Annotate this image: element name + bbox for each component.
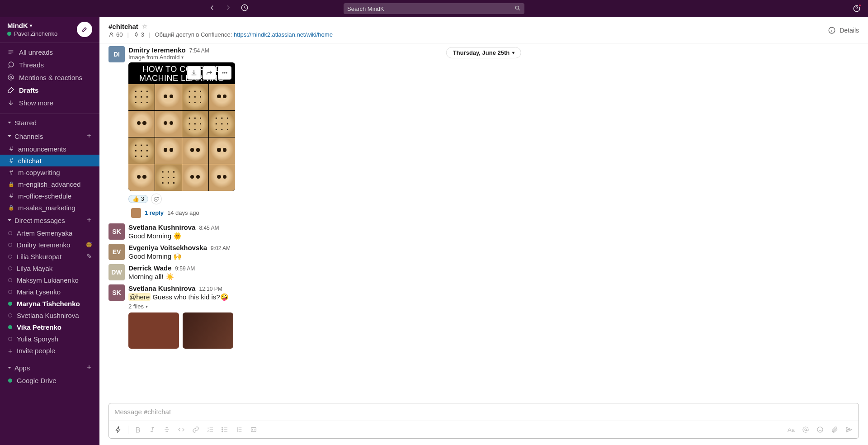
chevron-down-icon: ▾ <box>30 23 32 28</box>
message-author[interactable]: Dmitry Ieremenko <box>128 46 186 54</box>
forward-button[interactable] <box>224 4 232 14</box>
compose-button[interactable] <box>77 22 92 37</box>
dm-item[interactable]: Lilya Mayak <box>0 262 99 274</box>
nav-show-more[interactable]: Show more <box>0 96 99 109</box>
message-author[interactable]: Evgeniya Voitsekhovska <box>128 244 207 251</box>
topbar: Search MindK <box>0 0 868 17</box>
channel-item[interactable]: #chitchat <box>0 155 99 166</box>
channel-item[interactable]: #announcements <box>0 143 99 155</box>
dm-name: Dmitry Ieremenko <box>17 241 70 249</box>
avatar[interactable]: SK <box>108 223 125 240</box>
avatar[interactable]: DW <box>108 264 125 280</box>
section-channels[interactable]: Channels <box>0 129 99 143</box>
channel-header: #chitchat ☆ 60 | 3 | Общий доступ в Conf… <box>99 17 868 43</box>
presence-away-icon <box>8 313 12 317</box>
section-starred[interactable]: Starred <box>0 116 99 129</box>
italic-button[interactable] <box>146 423 159 436</box>
channel-topic[interactable]: Общий доступ в Confluence: https://mindk… <box>155 31 332 38</box>
thread-reply[interactable]: 1 reply 14 days ago <box>128 206 859 220</box>
channel-item[interactable]: #m-copywriting <box>0 166 99 178</box>
dm-item[interactable]: Dmitry Ieremenko😴 <box>0 239 99 251</box>
files-label[interactable]: 2 files▾ <box>128 303 859 310</box>
dm-item[interactable]: Maksym Lukianenko <box>0 274 99 286</box>
app-item[interactable]: Google Drive <box>0 374 99 386</box>
channel-name: m-sales_marketing <box>18 204 75 212</box>
message-input[interactable]: Message #chitchat <box>109 403 859 421</box>
dm-item[interactable]: Yulia Sporysh <box>0 333 99 345</box>
bullet-list-button[interactable] <box>218 423 231 436</box>
message-author[interactable]: Derrick Wade <box>128 264 171 272</box>
mention[interactable]: @here <box>128 293 151 301</box>
download-icon[interactable] <box>187 66 201 80</box>
mention-button[interactable] <box>799 423 812 436</box>
section-dms[interactable]: Direct messages <box>0 213 99 227</box>
avatar[interactable]: EV <box>108 244 125 260</box>
svg-point-10 <box>222 427 223 428</box>
code-button[interactable] <box>175 423 188 436</box>
dm-item[interactable]: Lilia Shkuropat✎ <box>0 251 99 262</box>
codeblock-button[interactable] <box>247 423 260 436</box>
quote-button[interactable] <box>232 423 246 436</box>
search-input[interactable]: Search MindK <box>344 3 524 14</box>
message-list[interactable]: Thursday, June 25th▾ DI Dmitry Ieremenko… <box>99 43 868 403</box>
help-button[interactable] <box>853 5 861 13</box>
add-dm-button[interactable] <box>86 217 92 224</box>
emoji-button[interactable] <box>813 423 827 436</box>
presence-active-icon <box>8 302 12 306</box>
link-button[interactable] <box>189 423 203 436</box>
ordered-list-button[interactable] <box>203 423 217 436</box>
message-author[interactable]: Svetlana Kushnirova <box>128 223 195 231</box>
avatar <box>131 208 141 218</box>
send-button[interactable] <box>842 423 856 436</box>
channel-title[interactable]: #chitchat <box>108 23 138 30</box>
member-count[interactable]: 60 <box>108 31 123 38</box>
presence-active-icon <box>8 379 12 383</box>
avatar[interactable]: SK <box>108 284 125 301</box>
dm-item[interactable]: Artem Semenyaka <box>0 227 99 239</box>
strike-button[interactable] <box>160 423 174 436</box>
workspace-header[interactable]: MindK▾ Pavel Zinchenko <box>0 17 99 43</box>
add-channel-button[interactable] <box>86 133 92 140</box>
reaction[interactable]: 👍3 <box>128 195 148 203</box>
details-button[interactable]: Details <box>828 26 859 34</box>
shortcuts-button[interactable] <box>112 423 125 436</box>
dm-name: Maria Lysenko <box>17 288 61 296</box>
dm-item[interactable]: Vika Petrenko <box>0 321 99 333</box>
nav-threads[interactable]: Threads <box>0 58 99 71</box>
dm-item[interactable]: Svetlana Kushnirova <box>0 309 99 321</box>
back-button[interactable] <box>208 4 216 14</box>
image-attachment[interactable]: HOW TO CONFUSEMACHINE LEARNING <box>128 62 235 191</box>
avatar[interactable]: DI <box>108 46 125 62</box>
date-divider[interactable]: Thursday, June 25th▾ <box>446 47 521 58</box>
bold-button[interactable] <box>131 423 145 436</box>
section-apps[interactable]: Apps <box>0 361 99 374</box>
nav-mentions[interactable]: Mentions & reactions <box>0 71 99 84</box>
attach-button[interactable] <box>828 423 841 436</box>
dm-item[interactable]: Maryna Tishchenko <box>0 298 99 309</box>
channel-name: chitchat <box>18 157 42 165</box>
message-time: 12:10 PM <box>199 286 222 292</box>
message-time: 8:45 AM <box>199 225 219 231</box>
image-attachment[interactable] <box>128 312 179 349</box>
message-author[interactable]: Svetlana Kushnirova <box>128 284 195 292</box>
history-button[interactable] <box>241 4 249 14</box>
nav-drafts[interactable]: Drafts <box>0 84 99 96</box>
dm-name: Lilia Shkuropat <box>17 253 61 260</box>
star-icon[interactable]: ☆ <box>142 23 148 30</box>
dm-item[interactable]: Maria Lysenko <box>0 286 99 298</box>
channel-item[interactable]: #m-office-schedule <box>0 190 99 202</box>
dm-name: Yulia Sporysh <box>17 335 58 343</box>
format-toggle[interactable]: Aa <box>784 423 798 436</box>
nav-all-unreads[interactable]: All unreads <box>0 46 99 58</box>
channel-item[interactable]: 🔒m-sales_marketing <box>0 202 99 213</box>
add-reaction-button[interactable] <box>151 194 162 204</box>
history-nav <box>208 4 249 14</box>
invite-people[interactable]: +Invite people <box>0 345 99 356</box>
image-attachment[interactable] <box>183 312 233 349</box>
add-app-button[interactable] <box>86 364 92 372</box>
pin-count[interactable]: 3 <box>133 31 144 38</box>
more-icon[interactable] <box>218 66 231 80</box>
sidebar: MindK▾ Pavel Zinchenko All unreads Threa… <box>0 17 99 445</box>
channel-item[interactable]: 🔒m-english_advanced <box>0 178 99 190</box>
share-icon[interactable] <box>203 66 216 80</box>
